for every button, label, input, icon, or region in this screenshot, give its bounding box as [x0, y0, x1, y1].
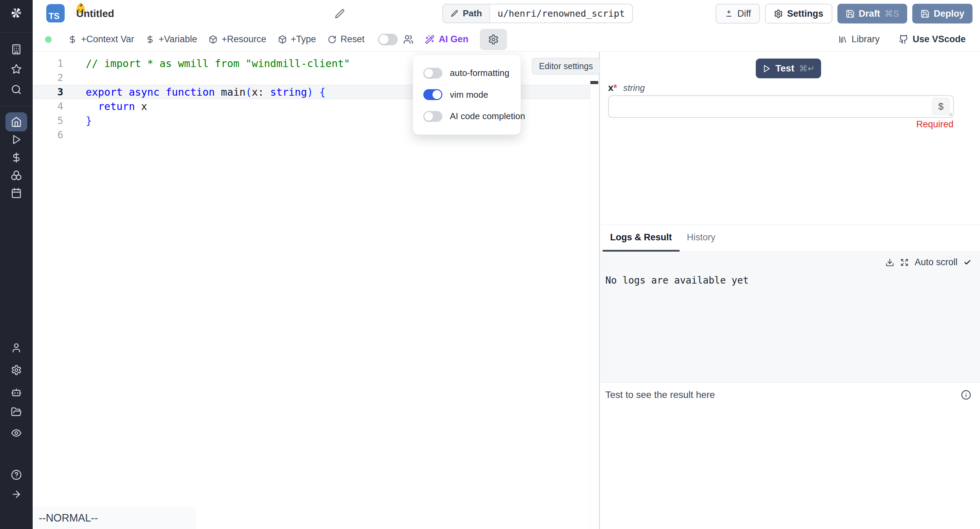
- overview-ruler-cursor-marker: [590, 81, 598, 84]
- resize-handle[interactable]: [947, 111, 953, 116]
- robot-icon: [11, 387, 22, 398]
- page-title: Untitled: [76, 0, 115, 27]
- sidebar-item-schedules[interactable]: [0, 185, 33, 201]
- menu-item-label: AI code completion: [450, 111, 525, 121]
- sidebar-expand-button[interactable]: [0, 487, 33, 502]
- pencil-icon: [450, 10, 459, 18]
- add-type-button[interactable]: +Type: [278, 34, 316, 45]
- ai-gen-button[interactable]: AI Gen: [425, 34, 468, 45]
- sidebar-item-runs[interactable]: [0, 132, 33, 147]
- folder-open-icon: [11, 406, 22, 417]
- add-context-var-label: +Context Var: [81, 34, 134, 45]
- sidebar-item-folders[interactable]: [0, 405, 33, 419]
- code-text: }: [65, 115, 92, 127]
- sidebar-item-variables[interactable]: [0, 150, 33, 165]
- expand-logs-icon[interactable]: [900, 258, 908, 266]
- sidebar-item-help[interactable]: [0, 467, 33, 482]
- use-vscode-label: Use VScode: [913, 34, 966, 45]
- sidebar-item-resources[interactable]: [0, 168, 33, 183]
- menu-item-ai-code-completion[interactable]: AI code completion: [413, 111, 520, 122]
- arrow-right-icon: [11, 489, 22, 500]
- no-logs-text: No logs are available yet: [605, 275, 749, 286]
- line-number: 1: [33, 57, 65, 69]
- line-number: 2: [33, 72, 65, 83]
- topbar: TS 👶 Untitled Path u/henri/renowned_scri…: [33, 0, 980, 27]
- sidebar-item-home[interactable]: [5, 112, 27, 131]
- editor-settings-menu: auto-formattingvim modeAI code completio…: [413, 54, 521, 135]
- sidebar-divider: [0, 32, 33, 33]
- line-number: 5: [33, 115, 65, 126]
- add-variable-label: +Variable: [159, 34, 197, 45]
- dollar-icon: [146, 35, 154, 44]
- save-icon: [846, 9, 855, 18]
- settings-button-label: Settings: [787, 8, 824, 19]
- required-note: Required: [916, 119, 953, 130]
- test-button[interactable]: Test ⌘↵: [756, 59, 821, 78]
- sidebar-item-audit-logs[interactable]: [0, 425, 33, 440]
- download-logs-icon[interactable]: [885, 258, 894, 267]
- home-icon: [11, 116, 22, 127]
- diff-button[interactable]: Diff: [716, 4, 760, 24]
- vim-mode-text: --NORMAL--: [39, 512, 98, 524]
- collab-toggle[interactable]: [378, 34, 398, 45]
- calendar-icon: [11, 188, 22, 198]
- settings-button[interactable]: Settings: [765, 4, 832, 24]
- path-field[interactable]: Path u/henri/renowned_script: [442, 4, 633, 23]
- diff-icon: [724, 9, 733, 18]
- info-icon[interactable]: [961, 390, 971, 400]
- library-icon: [838, 35, 847, 44]
- sidebar-item-favorites[interactable]: [0, 62, 33, 76]
- toggle-knob: [424, 112, 433, 121]
- tab-history[interactable]: History: [679, 225, 723, 252]
- line-number: 6: [33, 129, 65, 140]
- sidebar-item-settings[interactable]: [0, 363, 33, 378]
- add-variable-button[interactable]: +Variable: [146, 34, 197, 45]
- tab-logs-result[interactable]: Logs & Result: [603, 225, 679, 252]
- vim-status-bar: --NORMAL--: [33, 507, 196, 529]
- eye-icon: [11, 427, 22, 438]
- sidebar-item-account[interactable]: [0, 340, 33, 355]
- result-placeholder-text: Test to see the result here: [605, 389, 715, 400]
- arg-input[interactable]: $: [608, 95, 954, 118]
- language-badge[interactable]: TS 👶: [46, 4, 65, 22]
- sidebar: [0, 0, 33, 529]
- user-icon: [11, 343, 22, 353]
- reset-button[interactable]: Reset: [328, 34, 365, 45]
- editor-settings-button[interactable]: [480, 29, 507, 50]
- draft-button-label: Draft: [859, 8, 880, 19]
- status-dot: [45, 36, 52, 43]
- edit-summary-pencil-icon[interactable]: [334, 8, 346, 20]
- toggle-switch[interactable]: [423, 111, 442, 122]
- users-icon[interactable]: [403, 34, 414, 45]
- logs-tabs: Logs & ResultHistory: [600, 225, 980, 252]
- dollar-icon: [68, 35, 77, 44]
- toggle-switch[interactable]: [423, 68, 442, 79]
- draft-button[interactable]: Draft ⌘S: [837, 4, 907, 24]
- menu-item-vim-mode[interactable]: vim mode: [413, 89, 520, 100]
- add-resource-button[interactable]: +Resource: [208, 34, 266, 45]
- sidebar-item-workers[interactable]: [0, 385, 33, 400]
- reset-label: Reset: [340, 34, 365, 45]
- toggle-switch[interactable]: [423, 89, 442, 100]
- autoscroll-check-icon[interactable]: [964, 259, 971, 266]
- gear-icon: [774, 9, 783, 18]
- windmill-logo[interactable]: [0, 5, 33, 21]
- building-icon: [11, 44, 22, 55]
- sidebar-item-search[interactable]: [0, 82, 33, 97]
- add-context-var-button[interactable]: +Context Var: [68, 34, 134, 45]
- arg-type: string: [623, 83, 645, 93]
- search-icon: [11, 84, 22, 95]
- sidebar-item-workspace[interactable]: [0, 42, 33, 57]
- deploy-button-label: Deploy: [934, 8, 964, 19]
- library-button[interactable]: Library: [838, 34, 880, 45]
- toggle-knob: [379, 35, 388, 44]
- package-icon: [278, 35, 287, 44]
- menu-item-auto-formatting[interactable]: auto-formatting: [413, 68, 520, 79]
- autoscroll-label: Auto scroll: [915, 257, 958, 268]
- github-icon: [899, 34, 908, 44]
- deploy-button[interactable]: Deploy: [912, 4, 972, 24]
- required-asterisk: *: [614, 82, 617, 93]
- use-vscode-button[interactable]: Use VScode: [899, 34, 966, 45]
- package-icon: [208, 35, 218, 44]
- line-number: 3: [33, 86, 65, 98]
